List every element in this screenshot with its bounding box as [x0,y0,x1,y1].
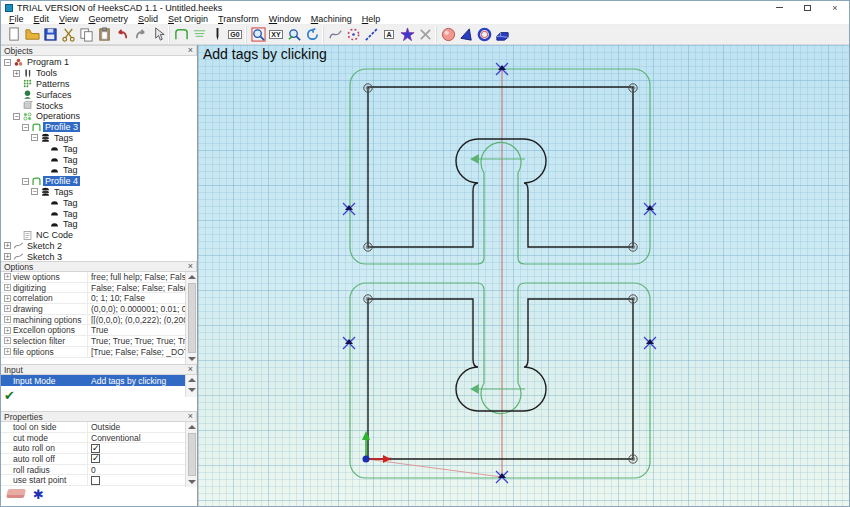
options-row-digitizing[interactable]: +digitizingFalse; False; False; False; F… [1,283,185,294]
tree-item-sketch-3[interactable]: +Sketch 3 [1,251,197,261]
ok-check-icon[interactable]: ✔ [4,388,15,403]
expand-icon[interactable]: + [4,295,11,302]
tree-item-sketch-2[interactable]: +Sketch 2 [1,241,197,252]
menu-geometry[interactable]: Geometry [83,14,133,24]
options-row-correlation[interactable]: +correlation0; 1; 10; False [1,293,185,304]
star-points-icon[interactable] [398,26,416,43]
property-row-tool-on-side[interactable]: tool on sideOutside [1,422,185,433]
tree-item-tags[interactable]: −Tags [1,187,197,198]
expand-icon[interactable]: + [4,348,11,355]
property-value[interactable]: Conventional [87,433,185,443]
collapse-icon[interactable]: − [22,124,29,131]
paste-icon[interactable] [95,26,113,43]
property-row-use-start-point[interactable]: use start point [1,475,185,486]
maximize-button[interactable] [793,1,821,14]
property-value[interactable]: Outside [87,422,185,432]
tree-item-profile-4[interactable]: −Profile 4 [1,176,197,187]
property-value[interactable]: 0 [87,465,185,475]
zoom-extents-icon[interactable] [285,26,303,43]
expand-icon[interactable]: + [4,327,11,334]
collapse-icon[interactable]: − [31,134,38,141]
expand-icon[interactable]: + [4,242,11,249]
torus-icon[interactable] [475,26,493,43]
points-icon[interactable] [344,26,362,43]
scroll-down-icon[interactable] [188,388,196,392]
sketch-bottom[interactable] [368,299,633,459]
expand-icon[interactable]: + [4,337,11,344]
menu-help[interactable]: Help [357,14,386,24]
property-row-auto-roll-on[interactable]: auto roll on [1,443,185,454]
scroll-up-icon[interactable] [188,425,196,429]
scroll-down-icon[interactable] [188,357,196,361]
menu-file[interactable]: File [4,14,29,24]
input-mode-row[interactable]: Input Mode Add tags by clicking [1,375,185,386]
options-panel-close-icon[interactable]: × [188,262,193,271]
property-row-roll-radius[interactable]: roll radius0 [1,465,185,476]
redo-icon[interactable] [131,26,149,43]
rotate-view-icon[interactable] [303,26,321,43]
tree-item-tags[interactable]: −Tags [1,133,197,144]
eraser-icon[interactable] [6,489,26,498]
cut-icon[interactable] [59,26,77,43]
menu-edit[interactable]: Edit [29,14,55,24]
expand-icon[interactable]: + [4,305,11,312]
menu-machining[interactable]: Machining [306,14,357,24]
machine-icon[interactable]: ✱ [33,489,44,500]
tree-item-profile-3[interactable]: −Profile 3 [1,122,197,133]
tree-item-nc-code[interactable]: NC Code [1,230,197,241]
scroll-up-icon[interactable] [188,378,196,382]
undo-icon[interactable] [113,26,131,43]
expand-icon[interactable]: + [13,70,20,77]
zoom-window-icon[interactable] [249,26,267,43]
options-row-machining-options[interactable]: +machining options[[(0,0,0); (0,0,222); … [1,315,185,326]
drill-operation-icon[interactable] [208,26,226,43]
tree-item-tag[interactable]: Tag [1,197,197,208]
spline-icon[interactable] [326,26,344,43]
options-row-excellon-options[interactable]: +Excellon optionsTrue [1,325,185,336]
scroll-down-icon[interactable] [188,480,196,484]
expand-icon[interactable]: + [4,253,11,260]
minimize-button[interactable] [765,1,793,14]
options-row-file-options[interactable]: +file options[True; False; False; _DOT, … [1,347,185,358]
properties-panel-close-icon[interactable]: × [188,412,193,421]
solid-icon[interactable] [493,26,511,43]
sphere-icon[interactable] [439,26,457,43]
menu-window[interactable]: Window [264,14,306,24]
collapse-icon[interactable]: − [4,59,11,66]
sketch-top[interactable] [368,87,633,247]
cad-canvas[interactable]: Add tags by clicking x [198,45,849,507]
deselect-icon[interactable] [416,26,434,43]
options-row-drawing[interactable]: +drawing(0,0,0); 0.000001; 0.01; 0; Fals [1,304,185,315]
save-icon[interactable] [41,26,59,43]
copy-icon[interactable] [77,26,95,43]
objects-panel-close-icon[interactable]: × [188,46,193,55]
pocket-operation-icon[interactable] [190,26,208,43]
options-scrollbar[interactable] [185,272,197,364]
checkbox[interactable] [91,476,100,485]
cone-icon[interactable] [457,26,475,43]
input-scrollbar[interactable] [185,375,197,397]
checkbox[interactable] [91,444,100,453]
text-icon[interactable]: A [380,26,398,43]
collapse-icon[interactable]: − [22,178,29,185]
tree-item-tag[interactable]: Tag [1,143,197,154]
property-row-cut-mode[interactable]: cut modeConventional [1,433,185,444]
menu-solid[interactable]: Solid [133,14,163,24]
collapse-icon[interactable]: − [31,188,38,195]
expand-icon[interactable]: + [4,316,11,323]
select-icon[interactable] [149,26,167,43]
checkbox[interactable] [91,454,100,463]
properties-scrollbar[interactable] [185,422,197,487]
profile-operation-icon[interactable] [172,26,190,43]
gcode-icon[interactable]: G0 [226,26,244,43]
property-row-auto-roll-off[interactable]: auto roll off [1,454,185,465]
options-row-selection-filter[interactable]: +selection filterTrue; True; True; True;… [1,336,185,347]
tree-item-tag[interactable]: Tag [1,154,197,165]
collapse-icon[interactable]: − [13,113,20,120]
input-panel-close-icon[interactable]: × [188,365,193,374]
menu-transform[interactable]: Transform [213,14,264,24]
expand-icon[interactable]: + [4,273,11,280]
expand-icon[interactable]: + [4,284,11,291]
menu-view[interactable]: View [54,14,83,24]
scroll-up-icon[interactable] [188,275,196,279]
